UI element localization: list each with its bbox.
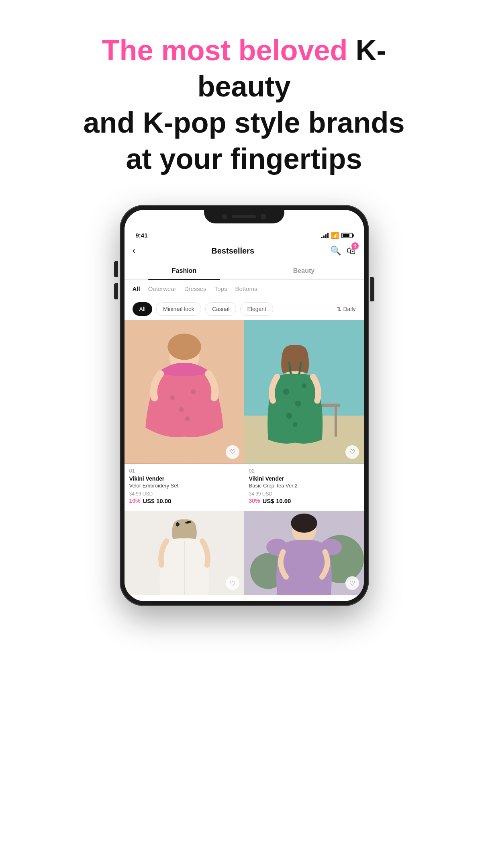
product-original-price-2: 34.99 USD	[244, 491, 364, 497]
cat-outerwear[interactable]: Outerwear	[148, 285, 176, 292]
svg-point-15	[286, 413, 292, 419]
svg-point-4	[179, 407, 184, 412]
battery-icon	[341, 233, 353, 238]
sort-label: Daily	[343, 306, 355, 312]
wishlist-btn-2[interactable]: ♡	[345, 445, 359, 459]
main-tabs: Fashion Beauty	[125, 262, 364, 280]
product-number-2: 02	[244, 464, 364, 475]
product-card-3: ♡	[125, 511, 244, 602]
svg-point-5	[191, 389, 196, 394]
wishlist-btn-3[interactable]: ♡	[226, 576, 239, 590]
wifi-icon: 📶	[331, 231, 339, 239]
volume-up-button	[114, 261, 118, 277]
page-title: Bestsellers	[211, 246, 254, 256]
hero-section: The most beloved K-beauty and K-pop styl…	[23, 0, 465, 197]
chip-all[interactable]: All	[133, 302, 153, 316]
product-number-1: 01	[125, 464, 244, 475]
tab-fashion[interactable]: Fashion	[125, 262, 244, 279]
front-camera-dot	[222, 214, 227, 219]
cat-dresses[interactable]: Dresses	[184, 285, 206, 292]
svg-point-3	[170, 395, 175, 400]
back-button[interactable]: ‹	[133, 246, 135, 256]
power-button	[370, 277, 374, 301]
svg-point-14	[295, 401, 301, 407]
time-display: 9:41	[136, 232, 148, 239]
discount-pct-2: 30%	[249, 497, 260, 504]
product-name-1: Velor Embroidery Set	[125, 483, 244, 491]
sale-price-1: US$ 10.00	[143, 497, 172, 504]
discount-pct-1: 10%	[129, 497, 141, 504]
product-image-4: ♡	[244, 511, 364, 595]
product-name-2: Basic Crop Tea Ver.2	[244, 483, 364, 491]
search-button[interactable]: 🔍	[330, 246, 341, 256]
phone-screen: 9:41 📶 ‹ Bestsellers	[125, 210, 364, 601]
wishlist-btn-4[interactable]: ♡	[345, 576, 359, 590]
product-card-1: ♡ 01 Vikini Vender Velor Embroidery Set …	[125, 320, 244, 511]
svg-point-17	[292, 422, 297, 427]
sort-button[interactable]: ⇅ Daily	[337, 306, 355, 312]
header-actions: 🔍 🛍 9	[330, 246, 355, 256]
phone-wrapper: 9:41 📶 ‹ Bestsellers	[120, 205, 369, 606]
svg-point-16	[302, 383, 306, 388]
sale-price-2: US$ 10.00	[263, 497, 291, 504]
svg-point-6	[185, 416, 190, 421]
product-original-price-1: 34.99 USD	[125, 491, 244, 497]
speaker-grille	[232, 215, 256, 218]
signal-icon	[321, 233, 329, 238]
status-bar: 9:41 📶	[125, 230, 364, 242]
product-card-2: ♡ 02 Vikini Vender Basic Crop Tea Ver.2 …	[244, 320, 364, 511]
product-brand-1: Vikini Vender	[125, 475, 244, 483]
status-icons: 📶	[321, 231, 353, 239]
cart-button[interactable]: 🛍 9	[347, 246, 355, 256]
volume-down-button	[114, 283, 118, 299]
product-discount-row-1: 10% US$ 10.00	[125, 497, 244, 504]
category-filter: All Outerwear Dresses Tops Bottoms	[125, 280, 364, 298]
wishlist-btn-1[interactable]: ♡	[226, 445, 239, 459]
notch-bar	[125, 210, 364, 230]
app-header: ‹ Bestsellers 🔍 🛍 9	[125, 242, 364, 262]
hero-highlight: The most beloved	[102, 34, 347, 66]
svg-point-2	[167, 334, 201, 360]
cart-badge: 9	[351, 242, 359, 250]
product-card-4: ♡	[244, 511, 364, 602]
product-image-2: ♡	[244, 320, 364, 464]
product-image-1: ♡	[125, 320, 244, 464]
product-grid: ♡ 01 Vikini Vender Velor Embroidery Set …	[125, 320, 364, 601]
tab-beauty[interactable]: Beauty	[244, 262, 364, 279]
cat-bottoms[interactable]: Bottoms	[235, 285, 257, 292]
notch	[204, 210, 284, 223]
sensor-dot	[261, 214, 266, 219]
hero-line3: at your fingertips	[126, 143, 362, 175]
chip-casual[interactable]: Casual	[205, 302, 237, 316]
svg-point-27	[291, 514, 317, 533]
phone-frame: 9:41 📶 ‹ Bestsellers	[120, 205, 369, 606]
hero-heading: The most beloved K-beauty and K-pop styl…	[63, 32, 425, 177]
product-image-3: ♡	[125, 511, 244, 595]
svg-point-13	[283, 389, 289, 395]
product-brand-2: Vikini Vender	[244, 475, 364, 483]
sort-icon: ⇅	[337, 306, 341, 312]
cat-tops[interactable]: Tops	[214, 285, 227, 292]
chip-minimal[interactable]: Minimal look	[156, 302, 201, 316]
product-discount-row-2: 30% US$ 10.00	[244, 497, 364, 504]
style-filter: All Minimal look Casual Elegant ⇅ Daily	[125, 298, 364, 320]
chip-elegant[interactable]: Elegant	[240, 302, 273, 316]
hero-line2: and K-pop style brands	[83, 106, 404, 139]
svg-rect-11	[334, 407, 337, 437]
cat-all[interactable]: All	[133, 285, 140, 292]
